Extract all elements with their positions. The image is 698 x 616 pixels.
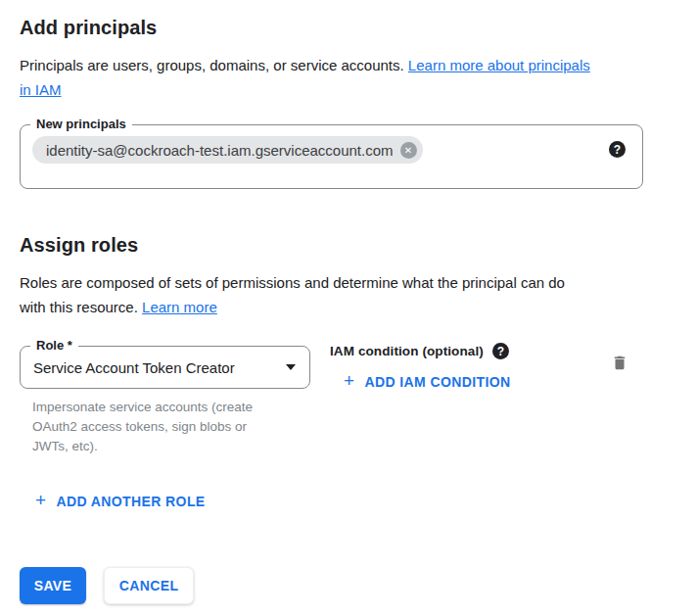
role-label: Role *: [30, 338, 78, 354]
chip-close-icon[interactable]: ✕: [400, 142, 417, 159]
add-another-role-button[interactable]: + ADD ANOTHER ROLE: [35, 492, 206, 510]
assign-roles-description-line1: Roles are composed of sets of permission…: [20, 274, 565, 291]
new-principals-help-icon[interactable]: ?: [609, 141, 626, 158]
save-button[interactable]: SAVE: [20, 567, 86, 604]
principal-chip[interactable]: identity-sa@cockroach-test.iam.gservicea…: [32, 136, 423, 164]
role-row: Role * Service Account Token Creator Imp…: [20, 346, 678, 456]
assign-roles-description-line2: with this resource.: [20, 299, 142, 315]
intro-text-body: Principals are users, groups, domains, o…: [20, 57, 404, 73]
learn-more-roles-link[interactable]: Learn more: [142, 299, 217, 315]
role-helper-line1: Impersonate service accounts (create: [32, 400, 253, 414]
role-helper-text: Impersonate service accounts (create OAu…: [20, 398, 310, 456]
iam-condition-column: IAM condition (optional) ? + ADD IAM CON…: [330, 346, 565, 392]
iam-condition-label-row: IAM condition (optional) ?: [330, 343, 565, 359]
plus-icon: +: [344, 371, 355, 390]
role-value: Service Account Token Creator: [33, 359, 235, 376]
role-select[interactable]: Role * Service Account Token Creator: [20, 346, 310, 389]
add-iam-condition-button[interactable]: + ADD IAM CONDITION: [344, 372, 511, 391]
role-column: Role * Service Account Token Creator Imp…: [20, 346, 310, 456]
dropdown-arrow-icon: [286, 364, 296, 370]
new-principals-label: New principals: [30, 117, 132, 132]
plus-icon: +: [35, 491, 47, 509]
assign-roles-title: Assign roles: [20, 233, 678, 257]
new-principals-field[interactable]: New principals identity-sa@cockroach-tes…: [20, 124, 643, 189]
iam-condition-help-icon[interactable]: ?: [492, 343, 509, 359]
page-title: Add principals: [20, 16, 678, 39]
trash-icon: [611, 354, 628, 372]
assign-roles-description: Roles are composed of sets of permission…: [20, 270, 656, 319]
role-helper-line3: JWTs, etc).: [32, 439, 98, 453]
role-helper-line2: OAuth2 access tokens, sign blobs or: [32, 419, 247, 434]
add-principals-panel: Add principals Principals are users, gro…: [0, 0, 698, 604]
principal-chip-text: identity-sa@cockroach-test.iam.gservicea…: [46, 142, 394, 159]
delete-role-column: [611, 354, 628, 376]
delete-role-button[interactable]: [611, 354, 628, 372]
learn-more-principals-link-line2: in IAM: [20, 81, 62, 98]
intro-text: Principals are users, groups, domains, o…: [20, 53, 656, 102]
cancel-button[interactable]: CANCEL: [104, 567, 194, 604]
learn-more-principals-link-line1: Learn more about principals: [408, 57, 590, 73]
add-iam-condition-label: ADD IAM CONDITION: [365, 374, 511, 390]
action-button-row: SAVE CANCEL: [20, 567, 678, 604]
iam-condition-label: IAM condition (optional): [330, 344, 484, 358]
add-another-role-label: ADD ANOTHER ROLE: [57, 494, 206, 509]
